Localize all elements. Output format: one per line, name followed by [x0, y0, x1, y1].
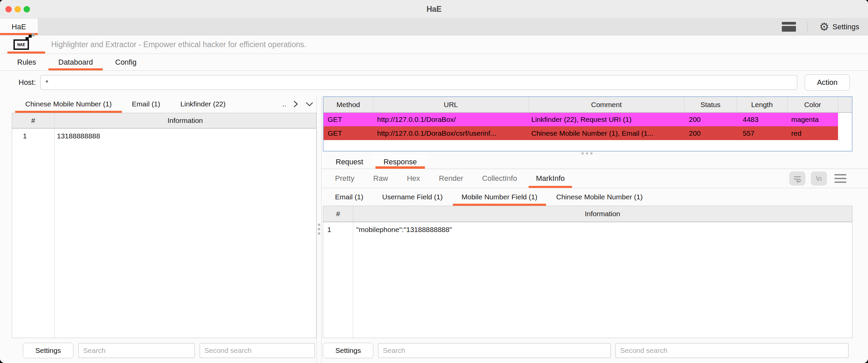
splitter-dot	[318, 232, 320, 235]
word-wrap-icon	[793, 174, 802, 183]
zoom-window-button[interactable]	[24, 6, 30, 12]
tab-overflow-controls: ..	[282, 95, 316, 113]
word-wrap-button[interactable]	[789, 172, 805, 185]
row-number-cell: 1	[323, 225, 353, 234]
banner-tagline: Highlighter and Extractor - Empower ethi…	[51, 40, 306, 49]
logo-active-underline	[7, 52, 45, 54]
tab-render[interactable]: Render	[430, 169, 473, 188]
right-search-input[interactable]	[378, 343, 611, 358]
request-detail-panel: Method URL Comment Status Length Color G…	[321, 95, 868, 363]
view-option-icons: \n	[789, 169, 868, 188]
cell-method: GET	[323, 126, 373, 140]
column-header-url[interactable]: URL	[373, 97, 529, 113]
tab-email[interactable]: Email (1)	[122, 95, 170, 113]
column-header-information[interactable]: Information	[54, 113, 316, 128]
app-window: HaE HaE ⚙ Settings HAE Highlighter and E…	[0, 0, 868, 363]
cell-color: magenta	[787, 113, 838, 126]
layout-menu-icon[interactable]	[782, 22, 796, 32]
editor-menu-icon[interactable]	[834, 174, 846, 183]
right-second-search-input[interactable]	[616, 343, 848, 358]
cell-length: 557	[737, 126, 787, 140]
tab-hae-label: HaE	[12, 23, 26, 31]
host-filter-row: Host: Action	[0, 71, 868, 94]
markinfo-table: # Information 1 "mobilephone":"131888888…	[323, 206, 852, 338]
close-window-button[interactable]	[5, 6, 12, 12]
right-panel-footer: Settings	[321, 338, 868, 363]
host-input[interactable]	[40, 75, 797, 90]
row-information-cell: 13188888888	[54, 132, 316, 140]
column-divider	[54, 113, 55, 338]
minimize-window-button[interactable]	[14, 6, 21, 12]
tab-list-dropdown-icon[interactable]	[305, 100, 314, 108]
window-title: HaE	[427, 5, 442, 14]
left-panel-footer: Settings	[12, 338, 316, 363]
divider	[807, 22, 808, 32]
cell-method: GET	[323, 113, 373, 126]
tab-hex[interactable]: Hex	[397, 169, 429, 188]
tab-request[interactable]: Request	[326, 155, 373, 169]
layout-menu-icon-bar	[782, 22, 796, 25]
settings-button[interactable]: ⚙ Settings	[819, 21, 859, 32]
splitter-dot	[586, 152, 588, 155]
scroll-tabs-right-icon[interactable]	[292, 100, 299, 108]
tab-databoard[interactable]: Databoard	[47, 54, 104, 70]
tab-chinese-mobile-number[interactable]: Chinese Mobile Number (1)	[15, 95, 122, 113]
tab-linkfinder[interactable]: Linkfinder (22)	[170, 95, 236, 113]
column-divider	[353, 206, 353, 338]
splitter-dot	[318, 223, 320, 226]
horizontal-panel-splitter[interactable]	[321, 152, 868, 155]
request-list-table: Method URL Comment Status Length Color G…	[323, 96, 852, 152]
cell-comment: Chinese Mobile Number (1), Email (1...	[529, 126, 684, 140]
table-row[interactable]: 1 13188888888	[12, 129, 316, 144]
message-view-tab-bar: Pretty Raw Hex Render CollectInfo MarkIn…	[321, 169, 868, 188]
markinfo-tab-bar: Email (1) Username Field (1) Mobile Numb…	[321, 188, 868, 206]
main-tab-bar: HaE ⚙ Settings	[0, 19, 868, 35]
right-settings-button[interactable]: Settings	[323, 343, 373, 358]
column-header-number[interactable]: #	[12, 113, 54, 128]
column-header-length[interactable]: Length	[737, 97, 787, 113]
column-header-information[interactable]: Information	[353, 206, 852, 221]
tab-markinfo[interactable]: MarkInfo	[527, 169, 575, 188]
host-label: Host:	[19, 78, 36, 87]
splitter-dot	[590, 152, 593, 155]
tab-pretty[interactable]: Pretty	[326, 169, 364, 188]
extracted-data-table: # Information 1 13188888888	[12, 113, 316, 338]
tab-response[interactable]: Response	[373, 155, 427, 169]
show-newlines-button[interactable]: \n	[811, 172, 827, 185]
column-header-color[interactable]: Color	[787, 97, 838, 113]
splitter-dot	[318, 228, 320, 230]
tab-markinfo-mobile-number-field[interactable]: Mobile Number Field (1)	[452, 188, 547, 206]
layout-menu-icon-body	[782, 26, 796, 32]
tab-config[interactable]: Config	[104, 54, 148, 70]
newline-icon: \n	[816, 175, 822, 182]
pencil-icon	[32, 33, 35, 36]
left-search-input[interactable]	[79, 343, 195, 358]
column-header-status[interactable]: Status	[684, 97, 737, 113]
left-second-search-input[interactable]	[200, 343, 315, 358]
cell-length: 4483	[737, 113, 787, 126]
vertical-panel-splitter[interactable]	[316, 95, 321, 363]
column-header-comment[interactable]: Comment	[529, 97, 684, 113]
pencil-icon	[29, 35, 32, 38]
tab-markinfo-email[interactable]: Email (1)	[326, 188, 373, 206]
request-row-magenta[interactable]: GET http://127.0.0.1/DoraBox/ Linkfinder…	[323, 113, 852, 126]
column-header-number[interactable]: #	[323, 206, 353, 221]
column-header-method[interactable]: Method	[323, 97, 373, 113]
extracted-data-panel: Chinese Mobile Number (1) Email (1) Link…	[12, 95, 316, 363]
tab-overflow-label: ..	[282, 100, 286, 108]
extension-banner: HAE Highlighter and Extractor - Empower …	[0, 35, 868, 54]
tab-markinfo-chinese-mobile-number[interactable]: Chinese Mobile Number (1)	[547, 188, 652, 206]
hae-logo-text: HAE	[17, 42, 25, 47]
table-row[interactable]: 1 "mobilephone":"13188888888"	[323, 222, 852, 237]
settings-button-label: Settings	[833, 23, 860, 31]
tab-collectinfo[interactable]: CollectInfo	[473, 169, 527, 188]
cell-url: http://127.0.0.1/DoraBox/	[373, 113, 529, 126]
extracted-data-tabs: Chinese Mobile Number (1) Email (1) Link…	[12, 95, 316, 113]
tab-hae[interactable]: HaE	[0, 19, 38, 35]
action-button[interactable]: Action	[805, 74, 850, 91]
tab-raw[interactable]: Raw	[364, 169, 397, 188]
request-row-red[interactable]: GET http://127.0.0.1/DoraBox/csrf/userin…	[323, 126, 852, 140]
tab-markinfo-username-field[interactable]: Username Field (1)	[373, 188, 452, 206]
left-settings-button[interactable]: Settings	[23, 343, 73, 358]
tab-rules[interactable]: Rules	[6, 54, 47, 70]
